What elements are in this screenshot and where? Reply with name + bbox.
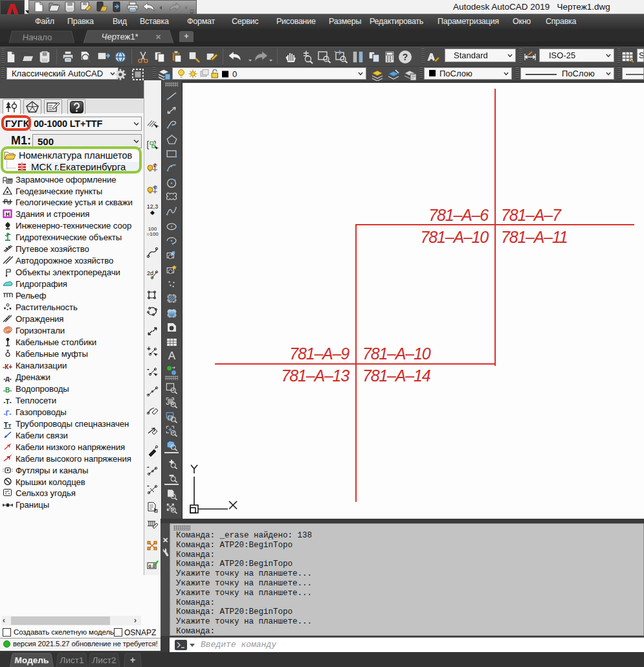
svg-text:0: 0 (232, 69, 237, 79)
svg-text:Z: Z (153, 163, 157, 168)
svg-text:-: - (147, 366, 150, 372)
svg-text:-: - (147, 464, 150, 470)
svg-text:+: + (147, 346, 151, 352)
svg-text:H: H (6, 211, 10, 218)
svg-text:-: - (147, 483, 150, 489)
svg-text:A: A (428, 51, 435, 62)
svg-text:C: C (153, 185, 157, 190)
svg-text:2d: 2d (147, 270, 153, 277)
